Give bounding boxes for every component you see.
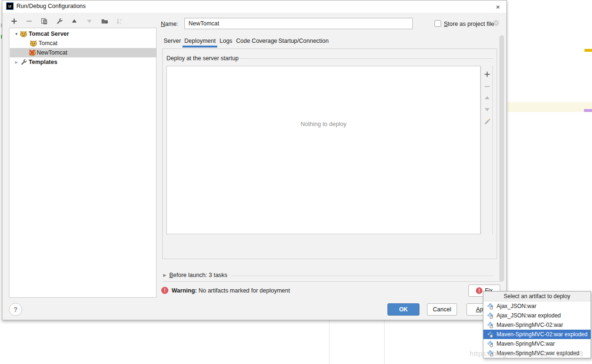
name-value: NewTomcat (189, 20, 219, 27)
tree-item-label: Tomcat Server (29, 31, 69, 37)
store-as-project-file-checkbox[interactable] (434, 20, 441, 27)
warning-icon: ! (161, 287, 168, 294)
warning-label: Warning: (172, 287, 197, 294)
warning-icon: ! (476, 287, 482, 294)
sort-alphabetically-icon[interactable]: az (114, 16, 125, 26)
move-up-icon[interactable] (482, 93, 492, 103)
chevron-right-icon[interactable]: ▶ (163, 273, 166, 277)
chevron-right-icon[interactable]: ▶ (14, 60, 19, 64)
before-launch-label: Before launch: 3 tasks (169, 272, 228, 278)
screen: IJ Run/Debug Configurations × (0, 0, 592, 364)
deploy-group-title: Deploy at the server startup (166, 55, 239, 62)
configurations-tree: ▼ Tomcat Server Tomcat NewTomcat ▶ Templ… (9, 28, 157, 298)
watermark-text: https://blog.csdn.net/qq_41116023 (470, 349, 583, 357)
cancel-button[interactable]: Cancel (427, 303, 457, 316)
edit-wrench-icon[interactable] (54, 16, 64, 26)
wrench-icon (20, 59, 27, 65)
tree-item-label: NewTomcat (37, 49, 67, 56)
popup-item-label: Maven-SpringMVC:war (497, 340, 555, 347)
move-up-icon[interactable] (69, 16, 79, 26)
ok-button[interactable]: OK (387, 303, 419, 316)
tree-item-tomcat-server[interactable]: ▼ Tomcat Server (10, 29, 156, 39)
tree-item-label: Tomcat (39, 40, 57, 47)
editor-highlight-yellow (584, 49, 592, 52)
help-button[interactable]: ? (9, 303, 22, 316)
intellij-logo-icon: IJ (6, 2, 14, 10)
popup-item-maven-springmvc-02-war-exploded[interactable]: Maven-SpringMVC-02:war exploded (483, 330, 591, 339)
tree-item-newtomcat[interactable]: NewTomcat (10, 48, 156, 57)
deployment-list (166, 66, 481, 234)
tomcat-icon (20, 31, 27, 37)
add-artifact-icon[interactable] (482, 70, 492, 79)
artifact-icon (487, 303, 494, 310)
popup-item-ajax-json-war-exploded[interactable]: Ajax_JSON:war exploded (483, 311, 591, 320)
configurations-toolbar: az (9, 16, 125, 26)
background-divider (329, 320, 330, 364)
popup-item-ajax-json-war[interactable]: Ajax_JSON:war (483, 301, 591, 311)
tab-server[interactable]: Server (164, 38, 181, 46)
remove-artifact-icon[interactable] (482, 82, 492, 91)
before-launch-row[interactable]: ▶ Before launch: 3 tasks (163, 272, 228, 278)
popup-item-label: Maven-SpringMVC-02:war (497, 322, 563, 328)
empty-list-message: Nothing to deploy (166, 121, 481, 127)
svg-text:z: z (120, 22, 121, 24)
before-launch-line (231, 276, 493, 276)
editor-highlight-purple (584, 109, 592, 112)
list-toolbar (481, 66, 493, 234)
tab-logs[interactable]: Logs (220, 38, 232, 46)
move-down-icon[interactable] (84, 16, 95, 26)
artifact-popup: Select an artifact to deploy Ajax_JSON:w… (483, 291, 591, 358)
svg-text:a: a (120, 18, 122, 21)
artifact-icon (487, 312, 494, 319)
gear-icon[interactable] (492, 19, 500, 28)
group-title-line (240, 58, 493, 59)
tomcat-invalid-icon (29, 49, 36, 56)
popup-item-label: Maven-SpringMVC-02:war exploded (497, 331, 587, 338)
dialog-titlebar[interactable]: IJ Run/Debug Configurations × (2, 0, 506, 13)
tab-code-coverage[interactable]: Code Coverage (236, 38, 277, 46)
artifact-icon (487, 322, 494, 329)
popup-item-maven-springmvc-02-war[interactable]: Maven-SpringMVC-02:war (483, 320, 591, 330)
artifact-icon (487, 340, 494, 348)
editor-highlight-band (507, 102, 592, 112)
copy-icon[interactable] (39, 16, 49, 26)
tomcat-icon (30, 40, 37, 47)
artifact-icon (487, 331, 494, 338)
name-label: Name: (161, 21, 178, 27)
add-icon[interactable] (9, 16, 19, 26)
edit-pencil-icon[interactable] (482, 117, 492, 127)
close-icon[interactable]: × (491, 1, 505, 12)
store-as-project-file-label[interactable]: Store as project file (444, 21, 494, 27)
new-folder-icon[interactable] (99, 16, 110, 26)
active-tab-indicator (182, 46, 217, 47)
tab-deployment[interactable]: Deployment (184, 38, 216, 46)
popup-title: Select an artifact to deploy (483, 292, 591, 301)
tab-startup-connection[interactable]: Startup/Connection (278, 38, 329, 46)
tree-item-templates[interactable]: ▶ Templates (10, 57, 156, 67)
remove-icon[interactable] (24, 16, 34, 26)
popup-item-label: Ajax_JSON:war exploded (497, 312, 561, 319)
vertical-scrollbar[interactable] (499, 35, 504, 282)
warning-message: No artifacts marked for deployment (197, 287, 290, 294)
tree-item-tomcat[interactable]: Tomcat (10, 39, 156, 48)
background-divider (384, 320, 385, 364)
run-debug-configurations-dialog: IJ Run/Debug Configurations × (2, 0, 507, 320)
separator (163, 281, 501, 282)
warning-row: ! Warning: No artifacts marked for deplo… (161, 287, 290, 294)
tree-item-label: Templates (29, 59, 57, 65)
popup-item-maven-springmvc-war[interactable]: Maven-SpringMVC:war (483, 339, 591, 348)
chevron-down-icon[interactable]: ▼ (14, 32, 19, 36)
dialog-title: Run/Debug Configurations (16, 3, 86, 9)
move-down-icon[interactable] (482, 105, 492, 114)
popup-item-label: Ajax_JSON:war (497, 303, 537, 309)
name-input[interactable]: NewTomcat (184, 18, 413, 29)
